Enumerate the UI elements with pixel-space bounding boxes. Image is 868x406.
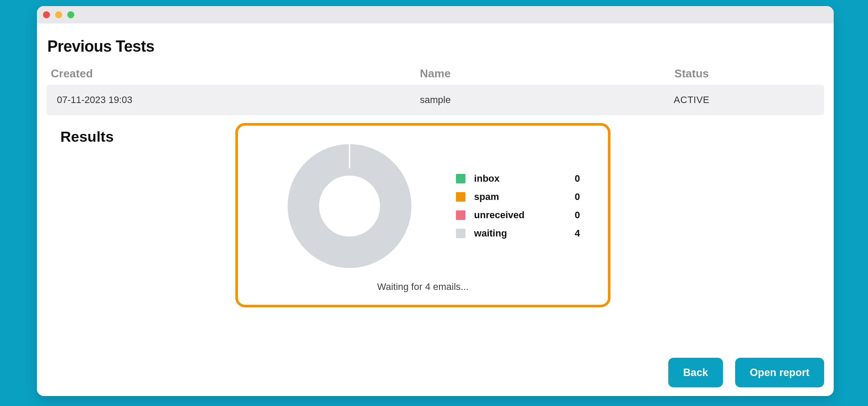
legend-value: 4 [567,228,580,239]
close-icon[interactable] [43,11,50,18]
legend-value: 0 [567,191,580,203]
maximize-icon[interactable] [67,11,74,18]
legend-value: 0 [567,210,580,221]
donut-chart [287,143,413,269]
legend-label: unreceived [474,210,561,221]
legend-label: waiting [474,228,561,239]
legend-label: inbox [474,173,561,184]
legend-item-spam: spam 0 [456,191,580,203]
legend-item-unreceived: unreceived 0 [456,210,580,221]
status-text: Waiting for 4 emails... [254,281,592,293]
cell-name: sample [307,94,563,106]
chart-legend: inbox 0 spam 0 unreceived [456,173,580,239]
legend-item-waiting: waiting 4 [456,228,580,239]
swatch-icon [456,229,465,238]
open-report-button[interactable]: Open report [735,358,824,387]
window-titlebar [37,6,834,23]
results-title: Results [60,128,114,145]
page-title: Previous Tests [47,37,824,56]
col-name: Name [307,67,563,80]
table-headers: Created Name Status [46,67,824,85]
swatch-icon [456,210,465,220]
chart-tick-icon [349,143,350,168]
cell-created: 07-11-2023 19:03 [51,94,307,106]
minimize-icon[interactable] [55,11,62,18]
legend-item-inbox: inbox 0 [456,173,580,184]
col-created: Created [51,67,307,80]
back-button[interactable]: Back [668,358,723,387]
swatch-icon [456,174,465,183]
legend-label: spam [474,191,561,203]
table-row[interactable]: 07-11-2023 19:03 sample ACTIVE [46,85,824,115]
swatch-icon [456,192,465,202]
svg-point-0 [303,160,396,253]
legend-value: 0 [567,173,580,184]
col-status: Status [564,67,820,80]
app-window: Previous Tests Created Name Status 07-11… [37,6,834,396]
cell-status: ACTIVE [564,94,820,106]
chart-card: inbox 0 spam 0 unreceived [235,123,611,307]
